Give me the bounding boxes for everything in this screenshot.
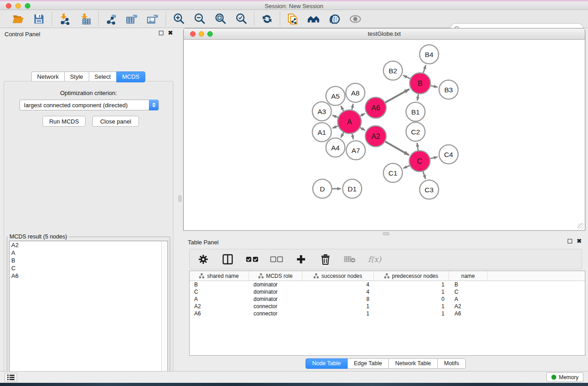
table-panel-tabs: Node Table Edge Table Network Table Moti… xyxy=(183,358,588,369)
column-header-name[interactable]: name xyxy=(449,271,488,281)
dropdown-stepper-icon[interactable] xyxy=(149,100,158,110)
graph-edge[interactable] xyxy=(423,65,425,73)
new-network-from-selection-icon[interactable] xyxy=(287,13,299,25)
main-titlebar: Session: New Session xyxy=(0,1,588,10)
close-panel-button[interactable]: Close panel xyxy=(92,116,139,127)
import-network-icon[interactable] xyxy=(58,13,71,25)
run-mcds-button[interactable]: Run MCDS xyxy=(43,116,86,127)
add-column-icon[interactable] xyxy=(295,253,307,266)
table-row[interactable]: A6connector11A6 xyxy=(190,310,585,317)
graph-edge[interactable] xyxy=(360,128,365,130)
close-panel-icon[interactable]: ✖ xyxy=(577,239,582,243)
network-window-titlebar[interactable]: testGlobe.txt xyxy=(184,29,585,40)
zoom-selected-icon[interactable] xyxy=(235,13,248,25)
graph-edge[interactable] xyxy=(403,76,411,79)
deselect-all-icon[interactable] xyxy=(270,253,283,266)
table-cell: C xyxy=(190,288,249,295)
graph-edge[interactable] xyxy=(352,133,354,139)
splitter-handle[interactable] xyxy=(178,195,182,202)
first-neighbors-icon[interactable] xyxy=(307,13,320,25)
delete-table-icon[interactable] xyxy=(344,253,356,266)
vertical-splitter[interactable] xyxy=(177,28,183,371)
graph-node-label: B3 xyxy=(445,86,453,94)
graph-edge[interactable] xyxy=(417,143,418,150)
hide-selected-icon[interactable] xyxy=(328,13,341,25)
delete-column-icon[interactable] xyxy=(319,253,332,266)
table-row[interactable]: Bdominator41B xyxy=(190,281,585,288)
graph-node-label: A4 xyxy=(331,144,340,152)
graph-edge[interactable] xyxy=(332,115,338,118)
graph-edge[interactable] xyxy=(341,106,344,111)
table-options-icon[interactable] xyxy=(197,253,210,266)
zoom-out-icon[interactable] xyxy=(193,13,206,25)
mcds-result-list[interactable]: A2ABCA6 xyxy=(9,241,168,386)
graph-edge[interactable] xyxy=(385,89,409,102)
graph-node-label: A8 xyxy=(351,89,360,97)
list-scrollbar[interactable] xyxy=(161,242,167,386)
export-network-icon[interactable] xyxy=(105,13,118,25)
graph-node-label: A2 xyxy=(371,133,380,140)
column-header-successor-nodes[interactable]: successor nodes xyxy=(302,271,374,281)
graph-edge[interactable] xyxy=(430,157,437,159)
mcds-result-item[interactable]: A2 xyxy=(10,241,167,249)
import-table-icon[interactable] xyxy=(79,13,92,25)
column-header-shared-name[interactable]: shared name xyxy=(190,271,249,281)
tab-mcds[interactable]: MCDS xyxy=(116,71,145,82)
table-cell: connector xyxy=(249,303,302,310)
tab-edge-table[interactable]: Edge Table xyxy=(347,358,389,369)
horizontal-splitter[interactable] xyxy=(183,231,588,236)
table-row[interactable]: A2connector11A2 xyxy=(190,303,585,310)
tab-motifs[interactable]: Motifs xyxy=(437,358,466,369)
table-panel-title: Table Panel xyxy=(188,239,219,246)
session-title: Session: New Session xyxy=(0,3,588,10)
zoom-in-icon[interactable] xyxy=(172,13,185,25)
table-row[interactable]: Adominator80A xyxy=(190,295,585,303)
table-cell: A xyxy=(449,295,488,303)
tab-node-table[interactable]: Node Table xyxy=(306,358,348,369)
show-all-icon[interactable] xyxy=(349,13,362,25)
graph-edge[interactable] xyxy=(430,86,437,87)
select-all-icon[interactable] xyxy=(246,253,258,266)
show-column-icon[interactable] xyxy=(221,253,234,266)
table-cell: B xyxy=(190,281,249,288)
attribute-type-icon xyxy=(314,273,319,278)
graph-edge[interactable] xyxy=(332,126,338,129)
graph-edge[interactable] xyxy=(352,104,353,110)
graph-node-label: B4 xyxy=(425,51,434,58)
refresh-icon[interactable] xyxy=(261,13,273,25)
optimization-criterion-select[interactable]: largest connected component (directed) xyxy=(19,100,159,110)
graph-edge[interactable] xyxy=(360,114,365,116)
export-table-icon[interactable] xyxy=(126,13,139,25)
splitter-handle[interactable] xyxy=(383,232,389,235)
network-canvas[interactable]: B4B2BB3A8A5A6A3B1AA1C2A2A4A7C4CC1C3DD1 xyxy=(184,40,585,230)
table-row[interactable]: Cdominator41C xyxy=(190,288,585,295)
mcds-result-item[interactable]: A xyxy=(10,249,167,257)
window-resize-grip[interactable] xyxy=(578,223,584,229)
memory-button[interactable]: Memory xyxy=(546,372,583,382)
save-session-icon[interactable] xyxy=(33,13,45,25)
export-image-icon[interactable] xyxy=(147,13,159,25)
graph-edge[interactable] xyxy=(423,172,426,179)
graph-edge[interactable] xyxy=(403,166,410,168)
tab-network-table[interactable]: Network Table xyxy=(388,358,438,369)
attribute-type-icon xyxy=(258,273,263,278)
open-file-icon[interactable] xyxy=(12,13,24,25)
task-history-button[interactable] xyxy=(5,373,17,382)
column-header-mcds-role[interactable]: MCDS role xyxy=(249,271,302,281)
float-panel-icon[interactable] xyxy=(159,31,163,35)
control-panel: Control Panel ✖ Network Style Select MCD… xyxy=(0,28,177,371)
network-graph[interactable]: B4B2BB3A8A5A6A3B1AA1C2A2A4A7C4CC1C3DD1 xyxy=(184,40,585,230)
float-panel-icon[interactable] xyxy=(568,239,572,243)
mcds-result-item[interactable]: C xyxy=(10,264,167,272)
function-builder-icon[interactable]: f(x) xyxy=(368,255,381,264)
mcds-result-group: MCDS result (5 nodes) A2ABCA6 xyxy=(7,234,170,386)
mcds-result-item[interactable]: A6 xyxy=(10,272,167,280)
mcds-result-item[interactable]: B xyxy=(10,257,167,264)
graph-edge[interactable] xyxy=(341,133,344,138)
zoom-fit-icon[interactable] xyxy=(214,13,227,25)
graph-edge[interactable] xyxy=(385,142,409,155)
column-header-predecessor-nodes[interactable]: predecessor nodes xyxy=(374,271,449,281)
table-cell: 1 xyxy=(374,303,449,310)
close-panel-icon[interactable]: ✖ xyxy=(168,31,173,35)
graph-edge[interactable] xyxy=(417,94,418,101)
